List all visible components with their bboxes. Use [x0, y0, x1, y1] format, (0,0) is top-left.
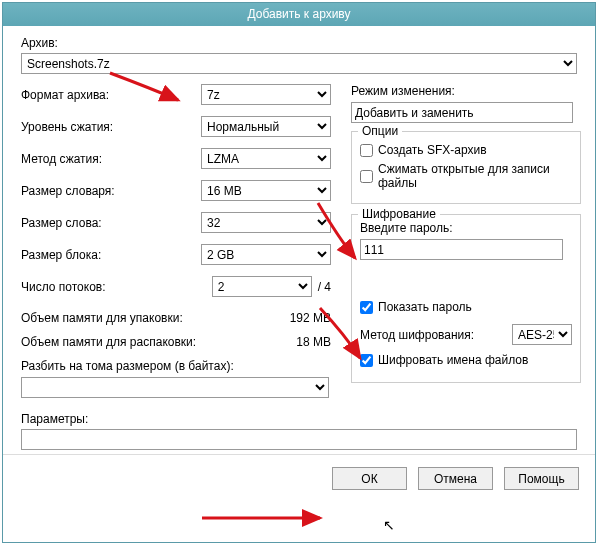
mem-pack-label: Объем памяти для упаковки:: [21, 311, 183, 325]
right-column: Режим изменения: Опции Создать SFX-архив…: [351, 84, 581, 398]
archive-select[interactable]: Screenshots.7z: [21, 53, 577, 74]
dialog-window: Добавить к архиву Архив: Screenshots.7z …: [2, 2, 596, 543]
params-input[interactable]: [21, 429, 577, 450]
encrypt-names-checkbox[interactable]: [360, 354, 373, 367]
method-select[interactable]: LZMA: [201, 148, 331, 169]
password-input[interactable]: [360, 239, 563, 260]
level-select[interactable]: Нормальный: [201, 116, 331, 137]
ok-button[interactable]: ОК: [332, 467, 407, 490]
params-label: Параметры:: [21, 412, 581, 426]
show-password-checkbox[interactable]: [360, 301, 373, 314]
sfx-checkbox[interactable]: [360, 144, 373, 157]
options-fieldset: Опции Создать SFX-архив Cжимать открытые…: [351, 131, 581, 204]
left-column: Формат архива: 7z Уровень сжатия: Нормал…: [21, 84, 331, 398]
enc-method-select[interactable]: AES-256: [512, 324, 572, 345]
threads-select[interactable]: 2: [212, 276, 312, 297]
threads-label: Число потоков:: [21, 280, 106, 294]
word-label: Размер слова:: [21, 216, 102, 230]
options-legend: Опции: [358, 124, 402, 138]
footer: ОК Отмена Помощь: [3, 454, 595, 498]
show-password-label: Показать пароль: [378, 300, 472, 314]
word-select[interactable]: 32: [201, 212, 331, 233]
level-label: Уровень сжатия:: [21, 120, 113, 134]
block-label: Размер блока:: [21, 248, 101, 262]
format-label: Формат архива:: [21, 88, 109, 102]
sfx-label: Создать SFX-архив: [378, 143, 487, 157]
titlebar: Добавить к архиву: [3, 3, 595, 26]
encryption-fieldset: Шифрование Введите пароль: Показать паро…: [351, 214, 581, 383]
password-label: Введите пароль:: [360, 221, 572, 235]
dict-label: Размер словаря:: [21, 184, 115, 198]
mem-unpack-label: Объем памяти для распаковки:: [21, 335, 196, 349]
archive-label: Архив:: [21, 36, 581, 50]
block-select[interactable]: 2 GB: [201, 244, 331, 265]
encrypt-names-label: Шифровать имена файлов: [378, 353, 528, 367]
threads-max: / 4: [318, 280, 331, 294]
enc-method-label: Метод шифрования:: [360, 328, 474, 342]
mem-pack-value: 192 MB: [290, 311, 331, 325]
dict-select[interactable]: 16 MB: [201, 180, 331, 201]
cancel-button[interactable]: Отмена: [418, 467, 493, 490]
format-select[interactable]: 7z: [201, 84, 331, 105]
mouse-cursor-icon: ↖: [383, 517, 395, 533]
mem-unpack-value: 18 MB: [296, 335, 331, 349]
openfiles-checkbox[interactable]: [360, 170, 373, 183]
mode-label: Режим изменения:: [351, 84, 581, 98]
openfiles-label: Cжимать открытые для записи файлы: [378, 162, 572, 190]
content-area: Архив: Screenshots.7z Формат архива: 7z …: [3, 26, 595, 454]
help-button[interactable]: Помощь: [504, 467, 579, 490]
split-select[interactable]: [21, 377, 329, 398]
method-label: Метод сжатия:: [21, 152, 102, 166]
split-label: Разбить на тома размером (в байтах):: [21, 359, 331, 373]
mode-input[interactable]: [351, 102, 573, 123]
encryption-legend: Шифрование: [358, 207, 440, 221]
